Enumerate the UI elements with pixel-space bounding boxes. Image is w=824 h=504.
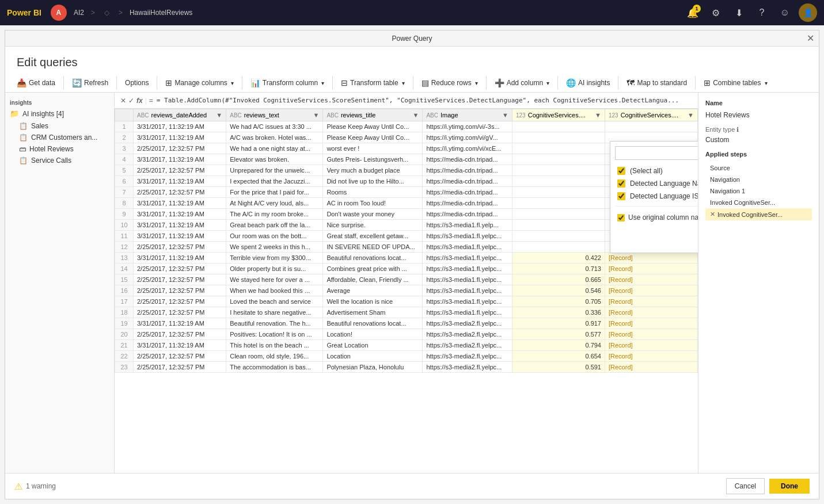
cell-record[interactable]: [Record] [605, 351, 697, 362]
notifications-icon[interactable]: 🔔 1 [683, 3, 702, 22]
done-button[interactable]: Done [769, 479, 810, 494]
cell-title: Rooms [323, 187, 423, 198]
cell-text: Positives: Location! It is on ... [226, 329, 323, 340]
col-cog2-filter[interactable]: ▼ [688, 112, 694, 119]
refresh-button[interactable]: 🔄 Refresh [67, 76, 113, 90]
info-icon[interactable]: ℹ [736, 126, 739, 133]
cell-record[interactable]: [Record] [605, 296, 697, 307]
cell-record[interactable]: [Record] [605, 253, 697, 264]
cell-date: 3/31/2017, 11:32:19 AM [134, 198, 226, 209]
cell-text: We had a one night stay at... [226, 143, 323, 154]
add-column-button[interactable]: ➕ Add column ▾ [490, 76, 554, 90]
cell-record[interactable]: [Record] [605, 264, 697, 274]
col-date-filter[interactable]: ▼ [216, 112, 222, 119]
close-icon[interactable]: ✕ [807, 33, 814, 44]
get-data-button[interactable]: 📥 Get data [12, 76, 60, 90]
download-icon[interactable]: ⬇ [730, 3, 748, 22]
sidebar-item-service-calls[interactable]: 📋 Service Calls [5, 155, 114, 166]
cell-record[interactable]: [Record] [605, 318, 697, 329]
manage-columns-button[interactable]: ⊞ Manage columns ▾ [161, 76, 238, 90]
confirm-formula-icon[interactable]: ✓ [128, 97, 134, 105]
options-button[interactable]: Options [120, 77, 153, 89]
col-image-filter[interactable]: ▼ [502, 112, 508, 119]
help-icon[interactable]: ? [753, 3, 771, 22]
col-title-filter[interactable]: ▼ [413, 112, 419, 119]
applied-step-item[interactable]: ✕Invoked CognitiveSer... [705, 208, 812, 220]
cell-record[interactable]: [Record] [605, 307, 697, 318]
notification-badge: 1 [693, 5, 701, 13]
user-profile-avatar[interactable]: 👤 [799, 3, 817, 22]
applied-step-item[interactable]: Navigation 1 [705, 185, 812, 197]
sidebar-item-hotel-reviews[interactable]: 🗃 Hotel Reviews [5, 143, 114, 155]
cancel-formula-icon[interactable]: ✕ [120, 97, 126, 105]
table-row: 20 2/25/2017, 12:32:57 PM Positives: Loc… [115, 329, 698, 340]
cell-text: I hesitate to share negative... [226, 307, 323, 318]
step-label: Navigation 1 [710, 188, 745, 194]
cell-record[interactable]: [Record] [605, 362, 697, 373]
col-header-text[interactable]: ABC reviews_text ▼ [226, 109, 323, 121]
equals-sign: = [149, 97, 153, 105]
col-header-date[interactable]: ABC reviews_dateAdded ▼ [134, 109, 226, 121]
cell-text: When we had booked this ... [226, 285, 323, 296]
cell-score [512, 176, 605, 187]
applied-step-item[interactable]: Navigation [705, 174, 812, 185]
row-number: 23 [115, 362, 134, 373]
col-header-cog2[interactable]: 123 CognitiveServices.... ▼ [605, 109, 697, 121]
add-column-caret: ▾ [546, 80, 549, 86]
select-all-checkbox[interactable] [617, 167, 625, 175]
cell-image: https://media-cdn.tripad... [423, 165, 512, 176]
cell-title: Well the location is nice [323, 296, 423, 307]
row-number: 9 [115, 209, 134, 220]
manage-columns-caret: ▾ [231, 80, 234, 86]
dropdown-item-lang-name[interactable]: Detected Language Name [615, 177, 698, 190]
dropdown-item-select-all[interactable]: (Select all) [615, 165, 698, 177]
lang-name-checkbox[interactable] [617, 180, 625, 188]
remove-step-icon[interactable]: ✕ [710, 211, 715, 218]
col-header-cog1[interactable]: 123 CognitiveServices.... ▼ [512, 109, 605, 121]
transform-column-button[interactable]: 📊 Transform column ▾ [246, 76, 329, 90]
cell-score [512, 198, 605, 209]
user-avatar-initial[interactable]: A [51, 5, 67, 21]
ai-insights-button[interactable]: 🌐 AI insights [561, 76, 614, 90]
col-header-title[interactable]: ABC reviews_title ▼ [323, 109, 423, 121]
row-number: 20 [115, 329, 134, 340]
cell-title: Location! [323, 329, 423, 340]
lang-name-label: Detected Language Name [630, 180, 698, 188]
user-label: AI2 [74, 9, 84, 17]
cell-date: 3/31/2017, 11:32:19 AM [134, 220, 226, 231]
cell-image: https://s3-media2.fl.yelpc... [423, 318, 512, 329]
map-to-standard-button[interactable]: 🗺 Map to standard [622, 76, 692, 90]
cell-score: 0.577 [512, 329, 605, 340]
col-header-image[interactable]: ABC Image ▼ [423, 109, 512, 121]
applied-step-item[interactable]: Invoked CognitiveSer... [705, 197, 812, 208]
cell-score: 0.546 [512, 285, 605, 296]
cell-record[interactable]: [Record] [605, 274, 697, 285]
col-image-label: Image [441, 112, 458, 119]
name-value: Hotel Reviews [705, 111, 812, 119]
dropdown-item-lang-iso[interactable]: Detected Language ISO Code [615, 190, 698, 203]
use-prefix-label: Use original column name as prefix [628, 213, 698, 222]
cell-record[interactable]: [Record] [605, 329, 697, 340]
lang-iso-checkbox[interactable] [617, 192, 625, 200]
sidebar-item-sales[interactable]: 📋 Sales [5, 120, 114, 132]
sidebar-item-crm[interactable]: 📋 CRM Customers an... [5, 132, 114, 143]
use-prefix-checkbox[interactable] [617, 214, 625, 222]
cell-text: Loved the beach and service [226, 296, 323, 307]
cell-record[interactable]: [Record] [605, 285, 697, 296]
bottom-bar: ⚠ 1 warning Cancel Done [5, 473, 819, 499]
col-cog1-filter[interactable]: ▼ [595, 112, 601, 119]
cell-title: Polynesian Plaza, Honolulu [323, 362, 423, 373]
sidebar-item-ai-insights[interactable]: 📁 AI insights [4] [5, 107, 114, 120]
dropdown-search-input[interactable] [615, 146, 698, 160]
cell-image: https://s3-media1.fl.yelpc... [423, 253, 512, 264]
cell-record[interactable]: [Record] [605, 340, 697, 351]
applied-step-item[interactable]: Source [705, 162, 812, 174]
emoji-icon[interactable]: ☺ [776, 3, 794, 22]
settings-icon[interactable]: ⚙ [707, 3, 725, 22]
transform-table-button[interactable]: ⊟ Transform table ▾ [336, 76, 409, 90]
formula-input[interactable] [157, 97, 696, 104]
col-text-filter[interactable]: ▼ [313, 112, 319, 119]
combine-tables-button[interactable]: ⊞ Combine tables ▾ [699, 76, 772, 90]
cancel-button[interactable]: Cancel [726, 478, 765, 494]
reduce-rows-button[interactable]: ▤ Reduce rows ▾ [417, 76, 483, 90]
